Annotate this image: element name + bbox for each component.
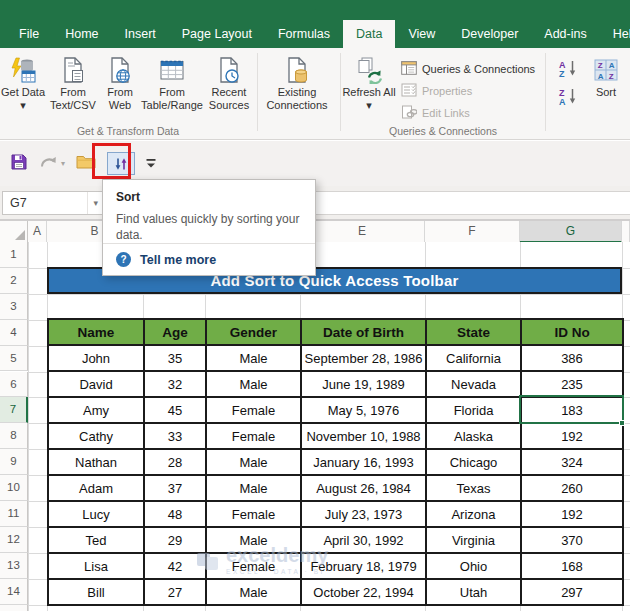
table-cell[interactable]: May 5, 1976 (301, 397, 426, 423)
select-all-corner[interactable] (0, 221, 28, 243)
qat-sort-button[interactable] (107, 152, 135, 175)
table-cell[interactable]: Male (206, 527, 301, 553)
table-cell[interactable]: 37 (144, 475, 206, 501)
row-header-15[interactable]: 15 (0, 605, 28, 611)
tab-file[interactable]: File (6, 20, 52, 48)
tab-help[interactable]: Help (600, 20, 630, 48)
table-cell[interactable]: Female (206, 423, 301, 449)
table-cell[interactable]: Lucy (48, 501, 144, 527)
tab-insert[interactable]: Insert (112, 20, 169, 48)
table-cell[interactable]: 386 (521, 345, 623, 371)
table-cell[interactable]: Amy (48, 397, 144, 423)
table-cell[interactable]: 35 (144, 345, 206, 371)
table-cell[interactable]: California (426, 345, 521, 371)
ribbon-button-sort-az[interactable]: AZ (553, 60, 583, 80)
table-cell[interactable]: Utah (426, 579, 521, 605)
table-cell[interactable]: February 18, 1979 (301, 553, 426, 579)
column-header-h[interactable] (622, 221, 630, 243)
table-cell[interactable]: 168 (521, 553, 623, 579)
table-header-gender[interactable]: Gender (206, 319, 301, 345)
qat-customize-qat-button[interactable] (146, 155, 156, 173)
tab-data[interactable]: Data (343, 20, 395, 48)
table-cell[interactable]: Florida (426, 397, 521, 423)
row-header-12[interactable]: 12 (0, 527, 28, 553)
table-cell[interactable]: 27 (144, 579, 206, 605)
ribbon-button-from-table-range[interactable]: From Table/Range (140, 52, 204, 124)
table-cell[interactable]: Virginia (426, 527, 521, 553)
qat-save-button[interactable] (10, 153, 28, 175)
ribbon-button-refresh-all[interactable]: Refresh All ▾ (342, 52, 396, 124)
table-cell[interactable]: 28 (144, 449, 206, 475)
table-cell[interactable]: 29 (144, 527, 206, 553)
name-box[interactable]: G7 ▾ (2, 191, 104, 215)
row-header-8[interactable]: 8 (0, 423, 28, 449)
table-cell[interactable]: 192 (521, 423, 623, 449)
table-cell[interactable]: Female (206, 397, 301, 423)
qat-open-button[interactable] (76, 154, 96, 173)
table-cell[interactable]: Cathy (48, 423, 144, 449)
table-cell[interactable]: 297 (521, 579, 623, 605)
ribbon-button-get-data[interactable]: Get Data ▾ (0, 52, 46, 124)
table-cell[interactable]: 32 (144, 371, 206, 397)
table-header-id-no[interactable]: ID No (521, 319, 623, 345)
table-cell[interactable]: Ted (48, 527, 144, 553)
table-cell[interactable]: Male (206, 449, 301, 475)
table-header-date-of-birth[interactable]: Date of Birth (301, 319, 426, 345)
row-header-14[interactable]: 14 (0, 579, 28, 605)
table-cell[interactable]: 260 (521, 475, 623, 501)
table-cell[interactable]: Lisa (48, 553, 144, 579)
tab-home[interactable]: Home (52, 20, 111, 48)
table-cell[interactable]: Ohio (426, 553, 521, 579)
column-header-f[interactable]: F (425, 221, 520, 243)
table-cell[interactable]: July 23, 1973 (301, 501, 426, 527)
table-cell[interactable]: Male (206, 345, 301, 371)
column-header-a[interactable]: A (28, 221, 47, 243)
table-cell[interactable]: 370 (521, 527, 623, 553)
ribbon-button-from-text-csv[interactable]: From Text/CSV (46, 52, 100, 124)
tab-view[interactable]: View (395, 20, 448, 48)
ribbon-button-recent-sources[interactable]: Recent Sources (204, 52, 254, 124)
row-header-13[interactable]: 13 (0, 553, 28, 579)
row-header-5[interactable]: 5 (0, 346, 28, 372)
table-cell[interactable]: September 28, 1986 (301, 345, 426, 371)
tab-developer[interactable]: Developer (448, 20, 531, 48)
table-header-name[interactable]: Name (48, 319, 144, 345)
table-cell[interactable]: 42 (144, 553, 206, 579)
row-header-2[interactable]: 2 (0, 268, 28, 294)
table-cell[interactable]: Female (206, 553, 301, 579)
table-cell[interactable]: David (48, 371, 144, 397)
table-cell[interactable]: Chicago (426, 449, 521, 475)
table-cell[interactable]: Nevada (426, 371, 521, 397)
row-header-1[interactable]: 1 (0, 242, 28, 268)
table-cell[interactable]: John (48, 345, 144, 371)
row-header-3[interactable]: 3 (0, 294, 28, 320)
table-cell[interactable]: Bill (48, 579, 144, 605)
table-cell[interactable]: Male (206, 371, 301, 397)
name-box-caret-icon[interactable]: ▾ (87, 192, 103, 214)
table-cell[interactable]: August 26, 1984 (301, 475, 426, 501)
table-cell[interactable]: Female (206, 501, 301, 527)
ribbon-button-sort-za[interactable]: ZA (553, 88, 583, 108)
table-header-state[interactable]: State (426, 319, 521, 345)
table-cell[interactable]: 45 (144, 397, 206, 423)
tab-formulas[interactable]: Formulas (265, 20, 343, 48)
row-header-7[interactable]: 7 (0, 397, 28, 423)
fill-handle[interactable] (619, 420, 625, 426)
ribbon-button-sort[interactable]: ZAAZSort (583, 52, 629, 124)
ribbon-button-queries-connections[interactable]: Queries & Connections (401, 61, 535, 76)
table-header-age[interactable]: Age (144, 319, 206, 345)
ribbon-button-from-web[interactable]: From Web (100, 52, 140, 124)
table-cell[interactable]: 235 (521, 371, 623, 397)
row-header-6[interactable]: 6 (0, 372, 28, 398)
column-header-e[interactable]: E (300, 221, 425, 243)
table-cell[interactable]: November 10, 1988 (301, 423, 426, 449)
row-header-11[interactable]: 11 (0, 501, 28, 527)
table-cell[interactable]: January 16, 1993 (301, 449, 426, 475)
table-cell[interactable]: Male (206, 579, 301, 605)
ribbon-button-existing-connections[interactable]: Existing Connections (259, 52, 335, 124)
table-cell[interactable]: 183 (521, 397, 623, 423)
table-cell[interactable]: 48 (144, 501, 206, 527)
tab-add-ins[interactable]: Add-ins (531, 20, 599, 48)
table-cell[interactable]: 33 (144, 423, 206, 449)
table-cell[interactable]: Adam (48, 475, 144, 501)
